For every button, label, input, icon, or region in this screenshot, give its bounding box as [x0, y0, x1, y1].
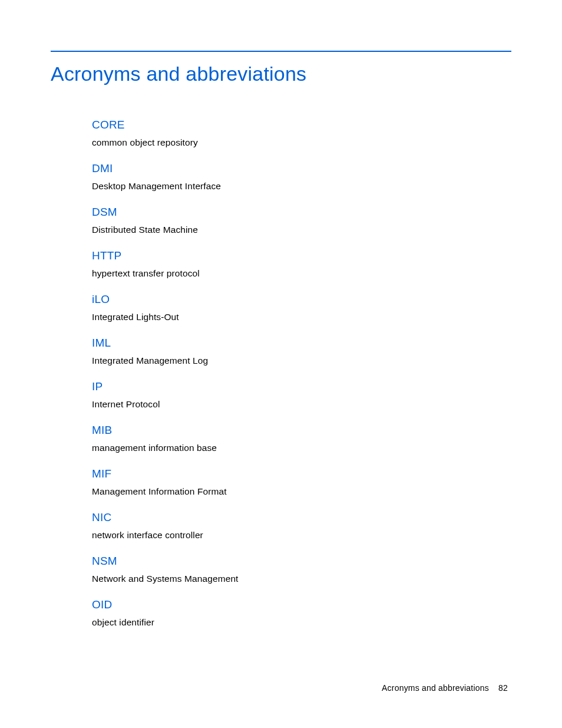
glossary-definition: Integrated Management Log — [92, 355, 511, 366]
glossary-definition: Integrated Lights-Out — [92, 312, 511, 322]
glossary-entry: NICnetwork interface controller — [92, 511, 511, 541]
glossary-entry: IMLIntegrated Management Log — [92, 337, 511, 366]
glossary-definition: Distributed State Machine — [92, 225, 511, 235]
glossary-definition: management information base — [92, 443, 511, 453]
glossary-term: MIB — [92, 424, 511, 437]
glossary-definition: Management Information Format — [92, 486, 511, 497]
glossary-term: OID — [92, 598, 511, 611]
glossary-term: CORE — [92, 118, 511, 131]
glossary-entry: DSMDistributed State Machine — [92, 206, 511, 235]
entries-list: COREcommon object repositoryDMIDesktop M… — [92, 118, 511, 628]
glossary-entry: DMIDesktop Management Interface — [92, 162, 511, 192]
glossary-term: MIF — [92, 467, 511, 480]
glossary-term: DSM — [92, 206, 511, 219]
glossary-definition: hypertext transfer protocol — [92, 268, 511, 279]
glossary-term: NSM — [92, 555, 511, 568]
glossary-definition: object identifier — [92, 617, 511, 628]
glossary-definition: Network and Systems Management — [92, 574, 511, 584]
glossary-entry: IPInternet Protocol — [92, 380, 511, 410]
glossary-term: HTTP — [92, 249, 511, 262]
glossary-definition: common object repository — [92, 137, 511, 148]
document-page: Acronyms and abbreviations COREcommon ob… — [0, 0, 562, 677]
glossary-term: iLO — [92, 293, 511, 306]
glossary-entry: OIDobject identifier — [92, 598, 511, 628]
glossary-definition: network interface controller — [92, 530, 511, 541]
glossary-term: NIC — [92, 511, 511, 524]
footer-section-label: Acronyms and abbreviations — [382, 683, 489, 693]
glossary-definition: Internet Protocol — [92, 399, 511, 410]
glossary-entry: iLOIntegrated Lights-Out — [92, 293, 511, 322]
glossary-definition: Desktop Management Interface — [92, 181, 511, 192]
horizontal-rule — [51, 51, 511, 52]
glossary-entry: COREcommon object repository — [92, 118, 511, 148]
glossary-term: IP — [92, 380, 511, 393]
page-title: Acronyms and abbreviations — [51, 62, 511, 85]
glossary-entry: MIFManagement Information Format — [92, 467, 511, 497]
footer-page-number: 82 — [498, 683, 508, 693]
glossary-entry: MIBmanagement information base — [92, 424, 511, 453]
glossary-entry: HTTPhypertext transfer protocol — [92, 249, 511, 279]
page-footer: Acronyms and abbreviations 82 — [382, 683, 508, 693]
glossary-term: IML — [92, 337, 511, 350]
glossary-entry: NSMNetwork and Systems Management — [92, 555, 511, 584]
glossary-term: DMI — [92, 162, 511, 175]
